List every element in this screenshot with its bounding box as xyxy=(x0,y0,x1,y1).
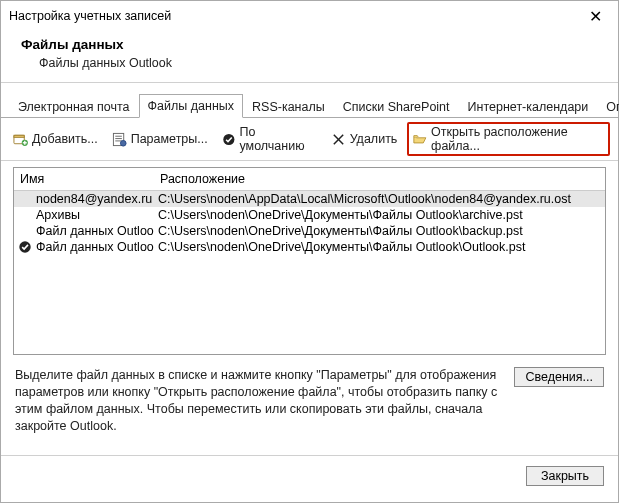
header-block: Файлы данных Файлы данных Outlook xyxy=(1,31,618,80)
help-text: Выделите файл данных в списке и нажмите … xyxy=(15,367,504,435)
tab-calendars[interactable]: Интернет-календари xyxy=(459,95,598,118)
details-button[interactable]: Сведения... xyxy=(514,367,604,387)
header-subtitle: Файлы данных Outlook xyxy=(21,56,606,70)
row-name: Файл данных Outlook xyxy=(36,224,154,238)
tab-published[interactable]: Опублико xyxy=(597,95,619,118)
row-name: noden84@yandex.ru xyxy=(36,192,152,206)
default-marker-icon xyxy=(18,240,32,254)
remove-icon xyxy=(331,132,346,147)
open-location-label: Открыть расположение файла... xyxy=(431,125,604,153)
remove-button[interactable]: Удалить xyxy=(327,130,402,149)
row-marker xyxy=(18,208,32,222)
close-button[interactable]: Закрыть xyxy=(526,466,604,486)
tab-email[interactable]: Электронная почта xyxy=(9,95,139,118)
column-location[interactable]: Расположение xyxy=(154,168,605,190)
table-row[interactable]: Архивы C:\Users\noden\OneDrive\Документы… xyxy=(14,207,605,223)
row-marker xyxy=(18,224,32,238)
remove-label: Удалить xyxy=(350,132,398,146)
tab-datafiles[interactable]: Файлы данных xyxy=(139,94,243,118)
list-header: Имя Расположение xyxy=(14,168,605,191)
svg-rect-4 xyxy=(23,142,27,143)
data-files-list: Имя Расположение noden84@yandex.ru C:\Us… xyxy=(13,167,606,355)
tab-sharepoint[interactable]: Списки SharePoint xyxy=(334,95,459,118)
tab-rss[interactable]: RSS-каналы xyxy=(243,95,334,118)
settings-icon xyxy=(112,132,127,147)
row-location: C:\Users\noden\AppData\Local\Microsoft\O… xyxy=(154,191,605,207)
row-name: Файл данных Outlook xyxy=(36,240,154,254)
table-row[interactable]: noden84@yandex.ru C:\Users\noden\AppData… xyxy=(14,191,605,207)
add-label: Добавить... xyxy=(32,132,98,146)
row-location: C:\Users\noden\OneDrive\Документы\Файлы … xyxy=(154,239,605,255)
window-title: Настройка учетных записей xyxy=(9,9,581,23)
tabs: Электронная почта Файлы данных RSS-канал… xyxy=(1,83,618,118)
footer: Закрыть xyxy=(1,455,618,502)
row-location: C:\Users\noden\OneDrive\Документы\Файлы … xyxy=(154,223,605,239)
default-button[interactable]: По умолчанию xyxy=(218,123,321,155)
open-location-button[interactable]: Открыть расположение файла... xyxy=(407,122,610,156)
row-name: Архивы xyxy=(36,208,80,222)
settings-label: Параметры... xyxy=(131,132,208,146)
window: Настройка учетных записей ✕ Файлы данных… xyxy=(0,0,619,503)
check-icon xyxy=(222,132,236,147)
help-block: Выделите файл данных в списке и нажмите … xyxy=(1,357,618,439)
row-location: C:\Users\noden\OneDrive\Документы\Файлы … xyxy=(154,207,605,223)
svg-point-9 xyxy=(120,140,126,146)
settings-button[interactable]: Параметры... xyxy=(108,130,212,149)
add-icon xyxy=(13,132,28,147)
titlebar: Настройка учетных записей ✕ xyxy=(1,1,618,31)
header-title: Файлы данных xyxy=(21,37,606,52)
column-name[interactable]: Имя xyxy=(14,168,154,190)
svg-rect-1 xyxy=(14,135,24,137)
toolbar: Добавить... Параметры... По умолчанию Уд… xyxy=(1,118,618,161)
folder-open-icon xyxy=(413,132,427,147)
default-label: По умолчанию xyxy=(239,125,316,153)
add-button[interactable]: Добавить... xyxy=(9,130,102,149)
table-row[interactable]: Файл данных Outlook C:\Users\noden\OneDr… xyxy=(14,223,605,239)
list-rows: noden84@yandex.ru C:\Users\noden\AppData… xyxy=(14,191,605,354)
close-icon[interactable]: ✕ xyxy=(581,7,610,26)
row-marker xyxy=(18,192,32,206)
table-row[interactable]: Файл данных Outlook C:\Users\noden\OneDr… xyxy=(14,239,605,255)
